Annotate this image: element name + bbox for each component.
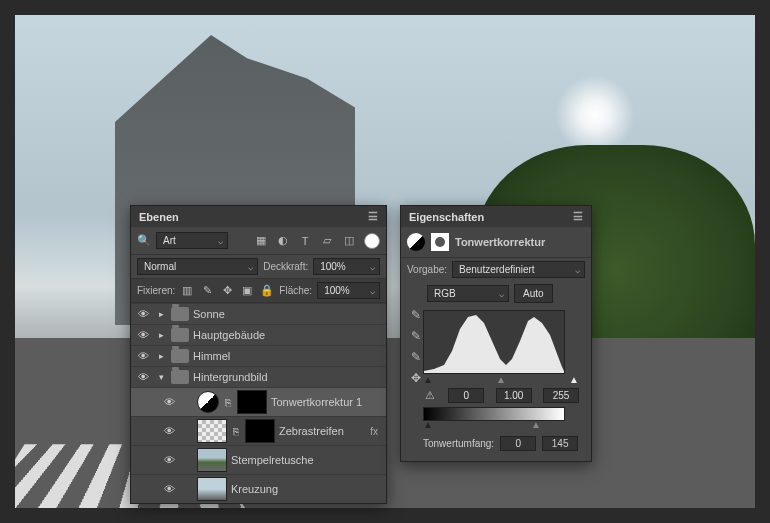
histogram-area: ▲ ▲ ▲ ⚠ 0 1.00 255 ▲ ▲ Tonwertumfang: 0 … [421,306,585,455]
chevron-right-icon[interactable]: ▸ [155,351,167,361]
chevron-right-icon[interactable]: ▸ [155,309,167,319]
properties-panel-title-bar: Eigenschaften ☰ [401,206,591,227]
pixel-filter-icon[interactable]: ▦ [254,234,268,248]
layers-list: 👁 ▸ Sonne 👁 ▸ Hauptgebäude 👁 ▸ Himmel 👁 … [131,303,386,503]
layer-kreuzung[interactable]: 👁 Kreuzung [131,474,386,503]
preset-value: Benutzerdefiniert [459,264,535,275]
layer-filter-row: 🔍 Art ▦ ◐ T ▱ ◫ [131,227,386,255]
input-slider[interactable]: ▲ ▲ ▲ [423,374,579,385]
type-filter-icon[interactable]: T [298,234,312,248]
layer-hintergrundbild[interactable]: 👁 ▾ Hintergrundbild [131,366,386,387]
layer-zebrastreifen[interactable]: 👁 ⎘ Zebrastreifen fx [131,416,386,445]
visibility-icon[interactable]: 👁 [161,452,177,468]
input-black-field[interactable]: 0 [448,388,484,403]
gamma-slider-handle-icon[interactable]: ▲ [496,374,506,385]
visibility-icon[interactable]: 👁 [161,394,177,410]
filter-type-label: Art [163,235,176,246]
output-white-handle-icon[interactable]: ▲ [531,419,541,430]
fill-dropdown[interactable]: 100% [317,282,380,299]
layer-himmel[interactable]: 👁 ▸ Himmel [131,345,386,366]
folder-icon [171,328,189,342]
lock-label: Fixieren: [137,285,175,296]
link-icon[interactable]: ⎘ [231,426,241,437]
mask-thumb[interactable] [237,390,267,414]
input-white-field[interactable]: 255 [543,388,579,403]
visibility-icon[interactable]: 👁 [161,423,177,439]
lock-row: Fixieren: ▥ ✎ ✥ ▣ 🔒 Fläche: 100% [131,278,386,303]
layer-stempelretusche[interactable]: 👁 Stempelretusche [131,445,386,474]
filter-type-dropdown[interactable]: Art [156,232,228,249]
output-slider[interactable]: ▲ ▲ [423,419,579,430]
smart-filter-icon[interactable]: ◫ [342,234,356,248]
color-filter-icon[interactable] [364,233,380,249]
mask-icon[interactable] [431,233,449,251]
channel-value: RGB [434,288,456,299]
layers-panel-title-bar: Ebenen ☰ [131,206,386,227]
output-black-handle-icon[interactable]: ▲ [423,419,433,430]
folder-icon [171,370,189,384]
chevron-right-icon[interactable]: ▸ [155,330,167,340]
preset-label: Vorgabe: [407,264,447,275]
visibility-icon[interactable]: 👁 [135,369,151,385]
levels-icon[interactable] [407,233,425,251]
gray-point-eyedropper-icon[interactable]: ✎ [411,329,421,343]
fill-value: 100% [324,285,350,296]
histogram-chart [423,310,565,374]
visibility-icon[interactable]: 👁 [161,481,177,497]
sample-eyedropper-icon[interactable]: ✥ [411,371,421,385]
layer-tonwertkorrektur[interactable]: 👁 ⎘ Tonwertkorrektur 1 [131,387,386,416]
panel-menu-icon[interactable]: ☰ [573,210,583,223]
blend-mode-value: Normal [144,261,176,272]
input-gamma-field[interactable]: 1.00 [496,388,532,403]
adjustment-title: Tonwertkorrektur [455,236,545,248]
auto-button[interactable]: Auto [514,284,553,303]
mask-thumb[interactable] [245,419,275,443]
lock-all-icon[interactable]: 🔒 [260,284,274,298]
channel-row: RGB Auto [401,281,591,306]
output-range-row: Tonwertumfang: 0 145 [423,436,579,451]
output-white-field[interactable]: 145 [542,436,578,451]
adjustment-thumb-icon [197,391,219,413]
layer-hauptgebaeude[interactable]: 👁 ▸ Hauptgebäude [131,324,386,345]
adjustment-header: Tonwertkorrektur [401,227,591,258]
fill-label: Fläche: [279,285,312,296]
layer-thumb [197,419,227,443]
layer-label: Tonwertkorrektur 1 [271,396,362,408]
auto-label: Auto [523,288,544,299]
channel-dropdown[interactable]: RGB [427,285,509,302]
layer-label: Hauptgebäude [193,329,265,341]
blend-mode-dropdown[interactable]: Normal [137,258,258,275]
layers-panel: Ebenen ☰ 🔍 Art ▦ ◐ T ▱ ◫ Normal Deckkraf… [130,205,387,504]
layer-label: Kreuzung [231,483,278,495]
black-slider-handle-icon[interactable]: ▲ [423,374,433,385]
folder-icon [171,307,189,321]
fx-badge[interactable]: fx [370,426,382,437]
preset-dropdown[interactable]: Benutzerdefiniert [452,261,585,278]
blend-row: Normal Deckkraft: 100% [131,255,386,278]
shape-filter-icon[interactable]: ▱ [320,234,334,248]
layer-thumb [197,448,227,472]
white-point-eyedropper-icon[interactable]: ✎ [411,350,421,364]
adjustment-filter-icon[interactable]: ◐ [276,234,290,248]
chevron-down-icon[interactable]: ▾ [155,372,167,382]
opacity-dropdown[interactable]: 100% [313,258,380,275]
panel-menu-icon[interactable]: ☰ [368,210,378,223]
lock-position-icon[interactable]: ✥ [220,284,234,298]
black-point-eyedropper-icon[interactable]: ✎ [411,308,421,322]
layers-panel-title: Ebenen [139,211,179,223]
visibility-icon[interactable]: 👁 [135,306,151,322]
lock-transparent-icon[interactable]: ▥ [180,284,194,298]
visibility-icon[interactable]: 👁 [135,327,151,343]
lock-paint-icon[interactable]: ✎ [200,284,214,298]
eyedropper-column: ✎ ✎ ✎ ✥ [407,306,421,455]
lock-artboard-icon[interactable]: ▣ [240,284,254,298]
visibility-icon[interactable]: 👁 [135,348,151,364]
sun-flare [555,75,635,155]
white-slider-handle-icon[interactable]: ▲ [569,374,579,385]
output-label: Tonwertumfang: [423,438,494,449]
clip-warning-icon[interactable]: ⚠ [423,388,437,402]
link-icon[interactable]: ⎘ [223,397,233,408]
layer-sonne[interactable]: 👁 ▸ Sonne [131,303,386,324]
output-black-field[interactable]: 0 [500,436,536,451]
layer-label: Stempelretusche [231,454,314,466]
